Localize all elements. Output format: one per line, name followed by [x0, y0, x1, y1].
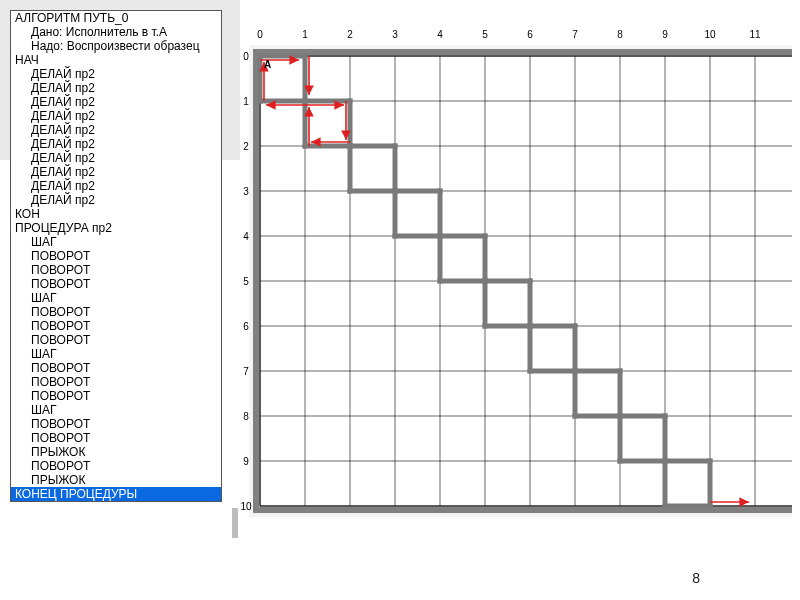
code-line[interactable]: Надо: Воспроизвести образец: [11, 39, 221, 53]
code-line[interactable]: ДЕЛАЙ пр2: [11, 137, 221, 151]
code-line[interactable]: ПОВОРОТ: [11, 319, 221, 333]
code-line[interactable]: ДЕЛАЙ пр2: [11, 123, 221, 137]
code-listing: АЛГОРИТМ ПУТЬ_0Дано: Исполнитель в т.АНа…: [11, 11, 221, 501]
row-label: 1: [243, 96, 249, 107]
code-line[interactable]: ПОВОРОТ: [11, 417, 221, 431]
page-number: 8: [692, 570, 700, 586]
row-label: 2: [243, 141, 249, 152]
code-line[interactable]: ПОВОРОТ: [11, 277, 221, 291]
code-line[interactable]: ПОВОРОТ: [11, 389, 221, 403]
code-line[interactable]: ДЕЛАЙ пр2: [11, 165, 221, 179]
row-label: 5: [243, 276, 249, 287]
col-label: 4: [437, 29, 443, 40]
code-line[interactable]: ПОВОРОТ: [11, 263, 221, 277]
code-line[interactable]: ПОВОРОТ: [11, 305, 221, 319]
code-line[interactable]: КОНЕЦ ПРОЦЕДУРЫ: [11, 487, 221, 501]
row-label: 9: [243, 456, 249, 467]
col-label: 5: [482, 29, 488, 40]
col-label: 1: [302, 29, 308, 40]
code-line[interactable]: ШАГ: [11, 403, 221, 417]
code-line[interactable]: ШАГ: [11, 291, 221, 305]
row-label: 4: [243, 231, 249, 242]
grid-svg: 01234567891011012345678910A: [232, 16, 792, 556]
code-line[interactable]: ШАГ: [11, 347, 221, 361]
code-line[interactable]: ПОВОРОТ: [11, 361, 221, 375]
code-line[interactable]: ПРОЦЕДУРА пр2: [11, 221, 221, 235]
code-line[interactable]: ПОВОРОТ: [11, 431, 221, 445]
row-label: 0: [243, 51, 249, 62]
code-line[interactable]: ПОВОРОТ: [11, 375, 221, 389]
col-label: 3: [392, 29, 398, 40]
code-line[interactable]: ПРЫЖОК: [11, 473, 221, 487]
row-label: 8: [243, 411, 249, 422]
col-label: 9: [662, 29, 668, 40]
code-line[interactable]: ДЕЛАЙ пр2: [11, 193, 221, 207]
row-label: 6: [243, 321, 249, 332]
scrollbar-stub: [232, 508, 238, 538]
code-line[interactable]: ШАГ: [11, 235, 221, 249]
code-line[interactable]: ДЕЛАЙ пр2: [11, 81, 221, 95]
code-line[interactable]: ПОВОРОТ: [11, 459, 221, 473]
grid-canvas[interactable]: 01234567891011012345678910A: [232, 16, 792, 576]
row-label: 3: [243, 186, 249, 197]
col-label: 2: [347, 29, 353, 40]
row-label: 7: [243, 366, 249, 377]
col-label: 6: [527, 29, 533, 40]
start-point-label: A: [264, 59, 271, 70]
col-label: 11: [749, 29, 761, 40]
code-line[interactable]: ДЕЛАЙ пр2: [11, 109, 221, 123]
code-line[interactable]: ДЕЛАЙ пр2: [11, 179, 221, 193]
code-line[interactable]: ПОВОРОТ: [11, 333, 221, 347]
code-line[interactable]: НАЧ: [11, 53, 221, 67]
code-line[interactable]: ДЕЛАЙ пр2: [11, 67, 221, 81]
col-label: 8: [617, 29, 623, 40]
col-label: 0: [257, 29, 263, 40]
code-line[interactable]: Дано: Исполнитель в т.А: [11, 25, 221, 39]
code-line[interactable]: АЛГОРИТМ ПУТЬ_0: [11, 11, 221, 25]
code-line[interactable]: ПОВОРОТ: [11, 249, 221, 263]
col-label: 7: [572, 29, 578, 40]
code-line[interactable]: КОН: [11, 207, 221, 221]
col-label: 10: [704, 29, 716, 40]
algorithm-code-panel[interactable]: АЛГОРИТМ ПУТЬ_0Дано: Исполнитель в т.АНа…: [10, 10, 222, 502]
code-line[interactable]: ПРЫЖОК: [11, 445, 221, 459]
row-label: 10: [240, 501, 252, 512]
code-line[interactable]: ДЕЛАЙ пр2: [11, 95, 221, 109]
code-line[interactable]: ДЕЛАЙ пр2: [11, 151, 221, 165]
